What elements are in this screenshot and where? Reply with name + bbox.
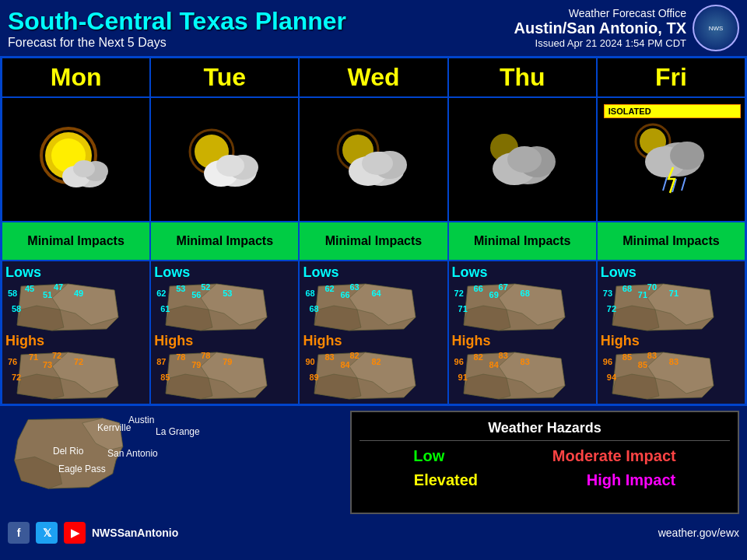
city-austin: Austin: [128, 415, 154, 425]
impact-wed: Minimal Impacts: [299, 222, 447, 261]
header: South-Central Texas Planner Forecast for…: [0, 0, 747, 56]
social-icons: f 𝕏 ▶ NWSSanAntonio: [8, 522, 178, 544]
nws-logo: NWS: [693, 5, 739, 51]
social-bar: f 𝕏 ▶ NWSSanAntonio weather.gov/ewx: [0, 519, 747, 547]
temp-cell-tue: Lows 53 52 62 56 53 61 Highs: [150, 261, 299, 404]
social-handle: NWSSanAntonio: [92, 527, 178, 539]
impact-mon: Minimal Impacts: [2, 222, 150, 261]
day-name-tue: Tue: [204, 63, 247, 91]
temp-cell-wed: Lows 62 63 68 66 64 68 Highs: [299, 261, 447, 404]
impact-thu: Minimal Impacts: [448, 222, 597, 261]
legend-map-area: Kerrville Austin La Grange Del Rio San A…: [8, 411, 342, 514]
hazards-title: Weather Hazards: [359, 420, 730, 441]
weather-icon-mon: [2, 97, 150, 222]
forecast-grid: Mon Tue Wed Thu Fri: [0, 56, 747, 406]
lows-label-mon: Lows: [5, 264, 146, 281]
header-right: Weather Forecast Office Austin/San Anton…: [514, 5, 739, 51]
city-sanantonio: San Antonio: [107, 448, 158, 459]
day-name-fri: Fri: [655, 63, 687, 91]
lows-label-fri: Lows: [601, 264, 742, 281]
hazards-row-2: Elevated High Impact: [359, 471, 730, 489]
hazard-low-label: Low: [413, 447, 444, 465]
weather-icon-tue: [150, 97, 299, 222]
day-header-mon: Mon: [2, 58, 150, 97]
hazard-moderate-label: Moderate Impact: [552, 447, 676, 465]
isolated-badge: ISOLATED: [604, 104, 741, 118]
impact-tue: Minimal Impacts: [150, 222, 299, 261]
lows-label-thu: Lows: [452, 264, 593, 281]
weather-icon-wed: [299, 97, 447, 222]
day-header-tue: Tue: [150, 58, 299, 97]
hazards-row-1: Low Moderate Impact: [359, 447, 730, 465]
temp-cell-thu: Lows 66 67 72 69 68 71 Highs: [448, 261, 597, 404]
hazard-elevated-label: Elevated: [414, 471, 478, 489]
svg-line-31: [682, 177, 686, 191]
city-kerrville: Kerrville: [97, 422, 131, 433]
impact-fri: Minimal Impacts: [597, 222, 745, 261]
temp-cell-fri: Lows 68 70 73 71 71 72 Highs: [597, 261, 745, 404]
office-info: Weather Forecast Office Austin/San Anton…: [514, 7, 686, 49]
office-location: Austin/San Antonio, TX: [514, 19, 686, 37]
highs-label-mon: Highs: [5, 333, 146, 349]
day-header-thu: Thu: [448, 58, 597, 97]
office-line1: Weather Forecast Office: [514, 7, 686, 19]
twitter-icon[interactable]: 𝕏: [36, 522, 58, 544]
forecast-subtitle: Forecast for the Next 5 Days: [8, 36, 346, 50]
day-name-mon: Mon: [51, 63, 102, 91]
svg-point-28: [670, 142, 704, 170]
facebook-icon[interactable]: f: [8, 522, 30, 544]
hazards-box: Weather Hazards Low Moderate Impact Elev…: [350, 411, 739, 514]
city-eaglepass: Eagle Pass: [58, 464, 106, 474]
highs-label-fri: Highs: [601, 333, 742, 349]
svg-line-29: [663, 177, 667, 191]
weather-icon-fri: ISOLATED: [597, 97, 745, 222]
highs-label-thu: Highs: [452, 333, 593, 349]
youtube-icon[interactable]: ▶: [64, 522, 86, 544]
city-lagrange: La Grange: [156, 426, 200, 437]
highs-label-tue: Highs: [154, 333, 295, 349]
temp-cell-mon: Lows 45 47 58 51 49 58 Highs: [2, 261, 150, 404]
weather-icon-thu: [448, 97, 597, 222]
svg-point-18: [362, 152, 393, 175]
highs-label-wed: Highs: [303, 333, 444, 349]
day-name-thu: Thu: [500, 63, 545, 91]
bottom-section: Kerrville Austin La Grange Del Rio San A…: [0, 406, 747, 519]
hazard-high-label: High Impact: [587, 471, 675, 489]
svg-point-23: [507, 146, 542, 173]
day-header-wed: Wed: [299, 58, 447, 97]
issued-time: Issued Apr 21 2024 1:54 PM CDT: [514, 37, 686, 49]
page-title: South-Central Texas Planner: [8, 7, 346, 36]
svg-point-6: [73, 160, 95, 177]
header-left: South-Central Texas Planner Forecast for…: [8, 7, 346, 50]
lows-label-tue: Lows: [154, 264, 295, 281]
day-header-fri: Fri: [597, 58, 745, 97]
svg-point-12: [216, 155, 244, 177]
city-delrio: Del Rio: [53, 446, 83, 457]
day-name-wed: Wed: [348, 63, 400, 91]
lows-label-wed: Lows: [303, 264, 444, 281]
website-url: weather.gov/ewx: [658, 527, 739, 539]
